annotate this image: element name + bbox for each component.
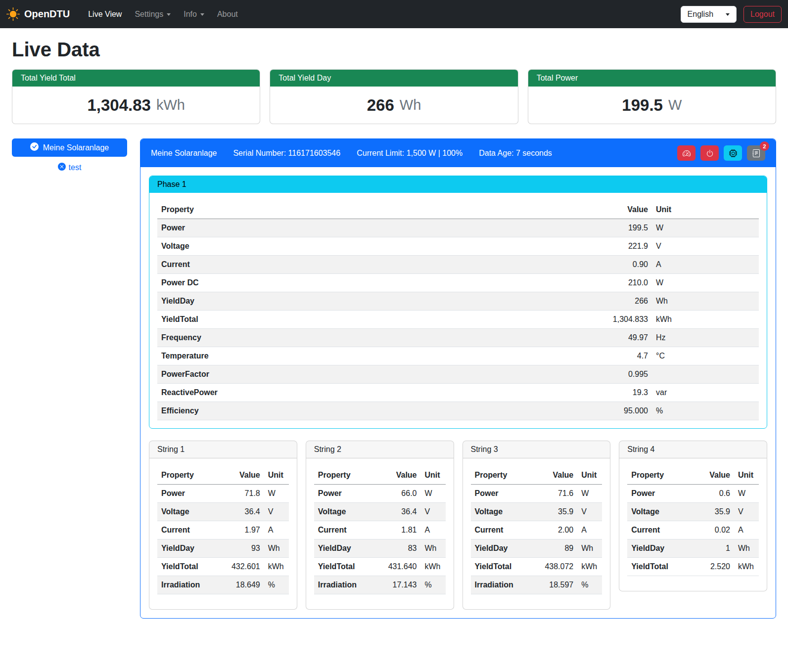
string-card-string-2: String 2PropertyValueUnitPower66.0WVolta… [306,441,454,610]
table-row: YieldDay266Wh [157,292,759,311]
table-row: Voltage35.9V [627,503,759,521]
property-cell: Current [314,521,377,539]
value-cell: 4.7 [578,347,652,365]
property-cell: YieldDay [314,539,377,558]
unit-cell: kWh [421,558,446,576]
column-header-property: Property [157,466,221,485]
nav-item-live-view[interactable]: Live View [82,6,128,23]
unit-cell: Hz [652,329,759,347]
value-cell: 266 [578,292,652,311]
table-row: Current1.97A [157,521,289,539]
summary-unit: kWh [156,97,185,113]
property-cell: Power DC [157,274,578,292]
table-row: Efficiency95.000% [157,402,759,420]
table-row: PowerFactor0.995 [157,365,759,384]
table-row: Power66.0W [314,485,446,503]
column-header-unit: Unit [421,466,446,485]
value-cell: 18.597 [534,576,577,594]
page-title: Live Data [12,39,776,61]
table-row: Power71.6W [471,485,603,503]
inverter-limit: Current Limit: 1,500 W | 100% [357,149,463,158]
value-cell: 0.6 [691,485,734,503]
table-header-row: PropertyValueUnit [627,466,759,485]
brand[interactable]: OpenDTU [6,7,70,21]
value-cell: 1.97 [221,521,264,539]
table-header-row: PropertyValueUnit [157,466,289,485]
device-info-button[interactable] [724,145,742,161]
property-cell: Power [157,485,221,503]
property-cell: PowerFactor [157,365,578,384]
property-cell: YieldDay [471,539,534,558]
value-cell: 36.4 [221,503,264,521]
column-header-unit: Unit [734,466,759,485]
string-table: PropertyValueUnitPower71.6WVoltage35.9VC… [471,466,603,594]
property-cell: Voltage [157,237,578,256]
string-card-title: String 3 [463,441,610,458]
value-cell: 71.8 [221,485,264,503]
value-cell: 431.640 [377,558,421,576]
navbar: OpenDTU Live ViewSettingsInfoAbout Engli… [0,0,788,28]
property-cell: Voltage [627,503,691,521]
phase-panel-title: Phase 1 [149,176,767,193]
string-card-string-4: String 4PropertyValueUnitPower0.6WVoltag… [619,441,767,591]
column-header-value: Value [578,201,652,219]
unit-cell: V [734,503,759,521]
value-cell: 93 [221,539,264,558]
value-cell: 36.4 [377,503,421,521]
column-header-property: Property [157,201,578,219]
power-toggle-button[interactable] [700,145,719,161]
table-row: Voltage36.4V [314,503,446,521]
property-cell: Power [157,219,578,237]
value-cell: 18.649 [221,576,264,594]
language-select[interactable]: English [681,6,737,23]
table-row: Irradiation18.597% [471,576,603,594]
nav-item-info[interactable]: Info [177,6,211,23]
phase-table-body: Power199.5WVoltage221.9VCurrent0.90APowe… [157,219,759,420]
property-cell: Irradiation [314,576,377,594]
unit-cell: V [652,237,759,256]
property-cell: Power [314,485,377,503]
property-cell: Voltage [157,503,221,521]
event-link-label: test [69,163,82,172]
value-cell: 19.3 [578,384,652,402]
summary-cards: Total Yield Total1,304.83kWhTotal Yield … [12,69,776,124]
table-row: Power199.5W [157,219,759,237]
table-row: YieldTotal438.072kWh [471,558,603,576]
logout-button[interactable]: Logout [743,6,782,23]
table-row: Voltage221.9V [157,237,759,256]
value-cell: 71.6 [534,485,577,503]
string-table-body: Power0.6WVoltage35.9VCurrent0.02AYieldDa… [627,485,759,576]
string-table-body: Power66.0WVoltage36.4VCurrent1.81AYieldD… [314,485,446,594]
unit-cell: kWh [652,311,759,329]
table-header-row: Property Value Unit [157,201,759,219]
limit-settings-button[interactable] [677,145,695,161]
power-icon [706,149,714,157]
unit-cell: W [264,485,289,503]
table-row: Current2.00A [471,521,603,539]
inverter-select-button[interactable]: Meine Solaranlage [12,138,127,157]
property-cell: YieldTotal [157,311,578,329]
string-card-title: String 4 [619,441,767,458]
nav-item-label: Settings [135,10,163,19]
value-cell: 0.995 [578,365,652,384]
table-row: ReactivePower19.3var [157,384,759,402]
brand-label: OpenDTU [24,8,70,20]
unit-cell: kWh [264,558,289,576]
event-log-button[interactable]: 2 [747,145,765,161]
property-cell: YieldTotal [157,558,221,576]
nav-item-about[interactable]: About [211,6,244,23]
unit-cell: V [577,503,602,521]
inverter-card: Meine Solaranlage Serial Number: 1161716… [140,138,776,619]
nav-item-settings[interactable]: Settings [128,6,177,23]
table-row: Voltage35.9V [471,503,603,521]
sun-icon [6,7,20,21]
value-cell: 83 [377,539,421,558]
table-row: Temperature4.7°C [157,347,759,365]
unit-cell: W [652,219,759,237]
property-cell: Temperature [157,347,578,365]
property-cell: YieldTotal [471,558,534,576]
unit-cell: A [264,521,289,539]
column-header-value: Value [221,466,264,485]
event-link[interactable]: test [12,163,127,173]
table-row: Irradiation18.649% [157,576,289,594]
